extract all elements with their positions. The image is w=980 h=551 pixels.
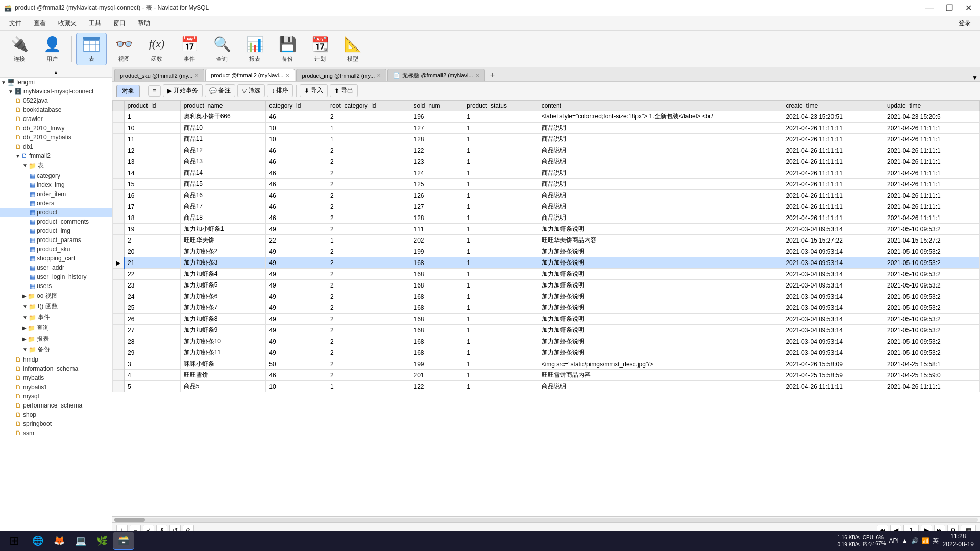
cell-product_id[interactable]: 21 <box>124 257 180 269</box>
tray-volume[interactable]: 🔊 <box>911 537 919 544</box>
cell-product_name[interactable]: 商品5 <box>180 381 266 392</box>
cell-product_id[interactable]: 27 <box>124 325 180 336</box>
cell-product_name[interactable]: 旺旺华夫饼 <box>180 235 266 246</box>
cell-root_category_id[interactable]: 2 <box>327 224 410 235</box>
cell-product_status[interactable]: 1 <box>463 145 538 156</box>
cell-update_time[interactable]: 2021-04-26 11:11:1 <box>884 123 980 134</box>
cell-product_status[interactable]: 1 <box>463 246 538 257</box>
login-button[interactable]: 登录 <box>953 18 976 29</box>
cell-content[interactable]: 加力加虾条说明 <box>538 347 782 358</box>
tree-table-product-img[interactable]: ▦ product_img <box>0 226 112 235</box>
cell-content[interactable]: 商品说明 <box>538 156 782 167</box>
table-row[interactable]: 18商品184621281商品说明2021-04-26 11:11:112021… <box>113 212 980 224</box>
cell-product_name[interactable]: 加力加虾条7 <box>180 302 266 314</box>
btn-import[interactable]: ⬇ 导入 <box>300 84 328 97</box>
cell-product_id[interactable]: 23 <box>124 280 180 291</box>
cell-product_status[interactable]: 1 <box>463 257 538 269</box>
fengmi-arrow[interactable]: ▼ <box>1 80 6 85</box>
cell-create_time[interactable]: 2021-03-04 09:53:14 <box>782 257 884 269</box>
tab-product-sku[interactable]: product_sku @fmmall2 (my... ✕ <box>114 69 204 81</box>
view-folder-arrow[interactable]: ▶ <box>22 293 27 299</box>
cell-sold_num[interactable]: 168 <box>410 257 463 269</box>
sidebar-scroll-up[interactable]: ▲ <box>0 67 112 78</box>
tree-db-ssm[interactable]: 🗋 ssm <box>0 428 112 438</box>
cell-create_time[interactable]: 2021-03-04 09:53:14 <box>782 246 884 257</box>
taskbar-browser2[interactable]: 🦊 <box>49 532 69 550</box>
tree-connection-fengmi[interactable]: ▼ 🖥️ fengmi <box>0 78 112 87</box>
cell-root_category_id[interactable]: 1 <box>327 123 410 134</box>
cell-sold_num[interactable]: 126 <box>410 190 463 201</box>
cell-product_name[interactable]: 加力加小虾条1 <box>180 224 266 235</box>
cell-product_name[interactable]: 商品17 <box>180 201 266 212</box>
cell-root_category_id[interactable]: 2 <box>327 336 410 347</box>
cell-category_id[interactable]: 46 <box>266 111 327 123</box>
header-product-status[interactable]: product_status <box>463 101 538 111</box>
cell-product_id[interactable]: 2 <box>124 235 180 246</box>
cell-content[interactable]: 商品说明 <box>538 145 782 156</box>
cell-product_status[interactable]: 1 <box>463 134 538 145</box>
cell-category_id[interactable]: 49 <box>266 280 327 291</box>
tree-table-index-img[interactable]: ▦ index_img <box>0 180 112 189</box>
cell-sold_num[interactable]: 123 <box>410 156 463 167</box>
cell-content[interactable]: 商品说明 <box>538 179 782 190</box>
cell-update_time[interactable]: 2021-05-10 09:53:2 <box>884 325 980 336</box>
cell-product_name[interactable]: 商品10 <box>180 123 266 134</box>
cell-root_category_id[interactable]: 2 <box>327 111 410 123</box>
cell-product_id[interactable]: 17 <box>124 201 180 212</box>
cell-category_id[interactable]: 46 <box>266 370 327 381</box>
table-row[interactable]: 25加力加虾条74921681加力加虾条说明2021-03-04 09:53:1… <box>113 302 980 314</box>
cell-update_time[interactable]: 2021-05-10 09:53:2 <box>884 302 980 314</box>
menu-help[interactable]: 帮助 <box>133 18 155 29</box>
table-row[interactable]: 11商品111011281商品说明2021-04-26 11:11:112021… <box>113 134 980 145</box>
cell-product_name[interactable]: 商品14 <box>180 167 266 179</box>
tab-untitled-close[interactable]: ✕ <box>475 73 479 78</box>
cell-root_category_id[interactable]: 2 <box>327 156 410 167</box>
table-row[interactable]: 20加力加虾条24921991加力加虾条说明2021-03-04 09:53:1… <box>113 246 980 257</box>
header-update-time[interactable]: update_time <box>884 101 980 111</box>
tree-folder-view[interactable]: ▶ 📁 oo 视图 <box>0 291 112 301</box>
table-row[interactable]: 29加力加虾条114921681加力加虾条说明2021-03-04 09:53:… <box>113 347 980 358</box>
cell-product_status[interactable]: 1 <box>463 212 538 224</box>
cell-root_category_id[interactable]: 2 <box>327 302 410 314</box>
cell-product_name[interactable]: 加力加虾条4 <box>180 269 266 280</box>
toolbar-model[interactable]: 📐 模型 <box>337 33 368 65</box>
toolbar-report[interactable]: 📊 报表 <box>239 33 270 65</box>
cell-root_category_id[interactable]: 2 <box>327 370 410 381</box>
cell-sold_num[interactable]: 168 <box>410 269 463 280</box>
cell-update_time[interactable]: 2021-04-26 11:11:1 <box>884 201 980 212</box>
tree-db-performance-schema[interactable]: 🗋 performance_schema <box>0 401 112 410</box>
cell-sold_num[interactable]: 199 <box>410 358 463 370</box>
cell-product_id[interactable]: 3 <box>124 358 180 370</box>
cell-product_status[interactable]: 1 <box>463 111 538 123</box>
header-root-category-id[interactable]: root_category_id <box>327 101 410 111</box>
tree-folder-report[interactable]: ▶ 📁 报表 <box>0 333 112 344</box>
table-row[interactable]: 22加力加虾条44921681加力加虾条说明2021-03-04 09:53:1… <box>113 269 980 280</box>
cell-content[interactable]: 商品说明 <box>538 212 782 224</box>
cell-product_id[interactable]: 13 <box>124 156 180 167</box>
menu-view[interactable]: 查看 <box>29 18 51 29</box>
cell-product_status[interactable]: 1 <box>463 179 538 190</box>
cell-sold_num[interactable]: 127 <box>410 123 463 134</box>
cell-update_time[interactable]: 2021-05-10 09:53:2 <box>884 314 980 325</box>
cell-update_time[interactable]: 2021-04-26 11:11:1 <box>884 167 980 179</box>
cell-content[interactable]: 商品说明 <box>538 134 782 145</box>
tree-db-shop[interactable]: 🗋 shop <box>0 410 112 419</box>
cell-sold_num[interactable]: 127 <box>410 201 463 212</box>
cell-product_id[interactable]: 18 <box>124 212 180 224</box>
table-row[interactable]: 27加力加虾条94921681加力加虾条说明2021-03-04 09:53:1… <box>113 325 980 336</box>
cell-root_category_id[interactable]: 2 <box>327 167 410 179</box>
cell-content[interactable]: 加力加虾条说明 <box>538 302 782 314</box>
cell-product_status[interactable]: 1 <box>463 201 538 212</box>
table-row[interactable]: 19加力加小虾条14921111加力加虾条说明2021-03-04 09:53:… <box>113 224 980 235</box>
func-folder-arrow[interactable]: ▼ <box>22 304 28 309</box>
table-row[interactable]: 1奥利奥小饼干6664621961<label style="color:red… <box>113 111 980 123</box>
cell-product_status[interactable]: 1 <box>463 123 538 134</box>
cell-category_id[interactable]: 22 <box>266 235 327 246</box>
tree-folder-query[interactable]: ▶ 📁 查询 <box>0 323 112 333</box>
cell-sold_num[interactable]: 168 <box>410 302 463 314</box>
cell-product_id[interactable]: 19 <box>124 224 180 235</box>
menu-tools[interactable]: 工具 <box>84 18 106 29</box>
cell-update_time[interactable]: 2021-04-26 11:11:1 <box>884 190 980 201</box>
table-row[interactable]: 16商品164621261商品说明2021-04-26 11:11:112021… <box>113 190 980 201</box>
cell-product_id[interactable]: 4 <box>124 370 180 381</box>
